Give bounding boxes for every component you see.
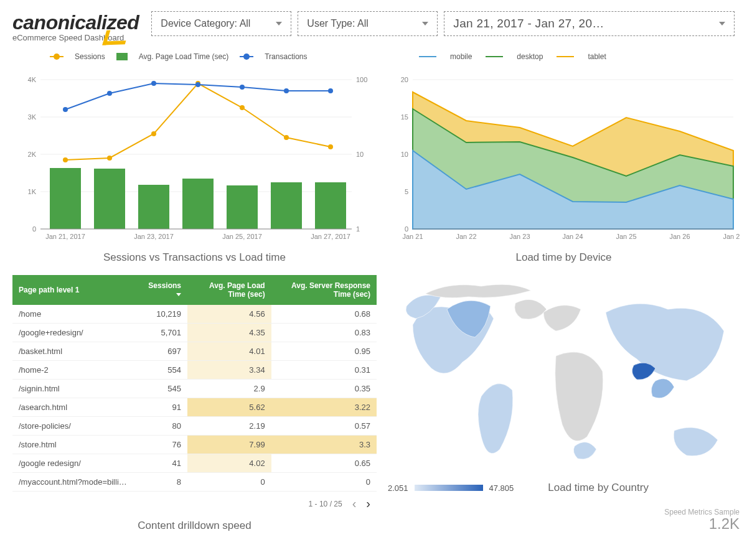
cell-path: /basket.html — [12, 342, 137, 361]
svg-point-24 — [240, 105, 245, 110]
sample-metrics-block: Speed Metrics Sample 1.2K — [664, 508, 740, 531]
cell-sessions: 76 — [137, 436, 187, 454]
legend-dot-tx — [240, 56, 253, 57]
filter-user-label: User Type: All — [307, 18, 368, 29]
legend-square-avg — [116, 53, 128, 60]
th-page-path[interactable]: Page path level 1 — [12, 275, 137, 305]
cell-avg-load: 2.9 — [187, 380, 271, 398]
brand-logo: canonicalized eCommerce Speed Dashboard — [12, 11, 139, 42]
chevron-down-icon — [719, 22, 725, 26]
cell-path: /home — [12, 305, 137, 324]
svg-text:Jan 27: Jan 27 — [723, 233, 740, 240]
svg-rect-19 — [315, 182, 346, 229]
svg-text:10: 10 — [356, 151, 364, 158]
chart2-svg: 0 5 10 15 20 Jan 21 Jan 22 Jan 23 Jan 24… — [388, 61, 740, 248]
map-scale-max: 47.805 — [489, 483, 514, 493]
cell-avg-load: 3.34 — [187, 361, 271, 380]
cell-avg-server: 3.22 — [271, 398, 377, 417]
svg-text:0: 0 — [32, 225, 36, 233]
pager-prev-icon[interactable]: ‹ — [352, 497, 357, 511]
table-row[interactable]: /store-policies/802.190.57 — [12, 417, 377, 436]
svg-text:Jan 21, 2017: Jan 21, 2017 — [45, 233, 85, 240]
th-sessions[interactable]: Sessions — [137, 275, 187, 305]
svg-text:10: 10 — [401, 151, 408, 158]
cell-avg-server: 3.3 — [271, 436, 377, 454]
cell-sessions: 91 — [137, 398, 187, 417]
pager-range: 1 - 10 / 25 — [309, 500, 342, 508]
cell-avg-load: 7.99 — [187, 436, 271, 454]
sort-desc-icon — [176, 293, 181, 296]
brand-name: canonicalized — [12, 11, 139, 34]
svg-text:2K: 2K — [28, 151, 37, 158]
filter-device-label: Device Category: All — [161, 18, 250, 29]
cell-avg-server: 0 — [271, 473, 377, 492]
cell-avg-load: 4.02 — [187, 454, 271, 473]
chevron-down-icon — [422, 22, 428, 26]
legend-line-tablet — [557, 56, 574, 57]
svg-text:Jan 26: Jan 26 — [669, 233, 690, 240]
svg-text:5: 5 — [405, 188, 408, 195]
svg-rect-15 — [138, 185, 169, 229]
table-row[interactable]: /basket.html6974.010.95 — [12, 342, 377, 361]
cell-path: /asearch.html — [12, 398, 137, 417]
cell-path: /store-policies/ — [12, 417, 137, 436]
svg-rect-18 — [271, 182, 302, 229]
svg-rect-14 — [94, 169, 125, 229]
filter-device-category[interactable]: Device Category: All — [151, 11, 291, 36]
pager-next-icon[interactable]: › — [366, 497, 370, 511]
svg-point-33 — [328, 88, 333, 93]
cell-sessions: 697 — [137, 342, 187, 361]
filter-user-type[interactable]: User Type: All — [298, 11, 438, 36]
cell-sessions: 80 — [137, 417, 187, 436]
filter-date-range[interactable]: Jan 21, 2017 - Jan 27, 20… — [444, 11, 735, 36]
svg-point-29 — [151, 81, 156, 86]
legend-label-sessions: Sessions — [75, 52, 105, 61]
cell-avg-server: 0.95 — [271, 342, 377, 361]
chart1-svg: 0 1K 2K 3K 4K 1 10 100 — [12, 61, 377, 248]
cell-avg-load: 4.56 — [187, 305, 271, 324]
table-row[interactable]: /home-25543.340.31 — [12, 361, 377, 380]
cell-avg-server: 0.65 — [271, 454, 377, 473]
legend-label-tablet: tablet — [588, 52, 606, 61]
svg-point-21 — [107, 156, 112, 161]
table-row[interactable]: /signin.html5452.90.35 — [12, 380, 377, 398]
cell-path: /myaccount.html?mode=billing… — [12, 473, 137, 492]
cell-avg-load: 4.35 — [187, 324, 271, 342]
table-row[interactable]: /myaccount.html?mode=billing…800 — [12, 473, 377, 492]
th-avg-server[interactable]: Avg. Server Response Time (sec) — [271, 275, 377, 305]
chart1-bars — [50, 168, 346, 229]
cell-sessions: 8 — [137, 473, 187, 492]
svg-point-32 — [284, 88, 289, 93]
svg-text:0: 0 — [405, 225, 408, 233]
svg-point-27 — [63, 107, 68, 112]
cell-avg-server: 0.35 — [271, 380, 377, 398]
cell-sessions: 10,219 — [137, 305, 187, 324]
filter-date-label: Jan 21, 2017 - Jan 27, 20… — [453, 17, 604, 30]
panel-sessions-vs-transactions: Sessions Avg. Page Load Time (sec) Trans… — [12, 52, 377, 266]
cell-sessions: 41 — [137, 454, 187, 473]
svg-text:100: 100 — [356, 76, 367, 83]
svg-point-28 — [107, 91, 112, 96]
table-title: Content drilldown speed — [12, 520, 377, 532]
cell-path: /google redesign/ — [12, 454, 137, 473]
table-row[interactable]: /store.html767.993.3 — [12, 436, 377, 454]
svg-text:3K: 3K — [28, 113, 37, 121]
table-row[interactable]: /google+redesign/5,7014.350.83 — [12, 324, 377, 342]
cell-sessions: 554 — [137, 361, 187, 380]
cell-path: /signin.html — [12, 380, 137, 398]
drilldown-table: Page path level 1 Sessions Avg. Page Loa… — [12, 275, 377, 492]
legend-label-avg: Avg. Page Load Time (sec) — [139, 52, 229, 61]
panel-content-drilldown: Page path level 1 Sessions Avg. Page Loa… — [12, 275, 377, 524]
table-row[interactable]: /google redesign/414.020.65 — [12, 454, 377, 473]
table-pager: 1 - 10 / 25 ‹ › — [12, 492, 377, 516]
th-avg-load[interactable]: Avg. Page Load Time (sec) — [187, 275, 271, 305]
svg-text:Jan 22: Jan 22 — [456, 233, 476, 240]
panel-load-by-device: mobile desktop tablet 0 5 10 15 20 — [388, 52, 740, 266]
table-row[interactable]: /home10,2194.560.68 — [12, 305, 377, 324]
svg-rect-13 — [50, 168, 81, 229]
cell-sessions: 545 — [137, 380, 187, 398]
table-row[interactable]: /asearch.html915.623.22 — [12, 398, 377, 417]
legend-label-tx: Transactions — [265, 52, 307, 61]
cell-path: /store.html — [12, 436, 137, 454]
cell-avg-server: 0.68 — [271, 305, 377, 324]
